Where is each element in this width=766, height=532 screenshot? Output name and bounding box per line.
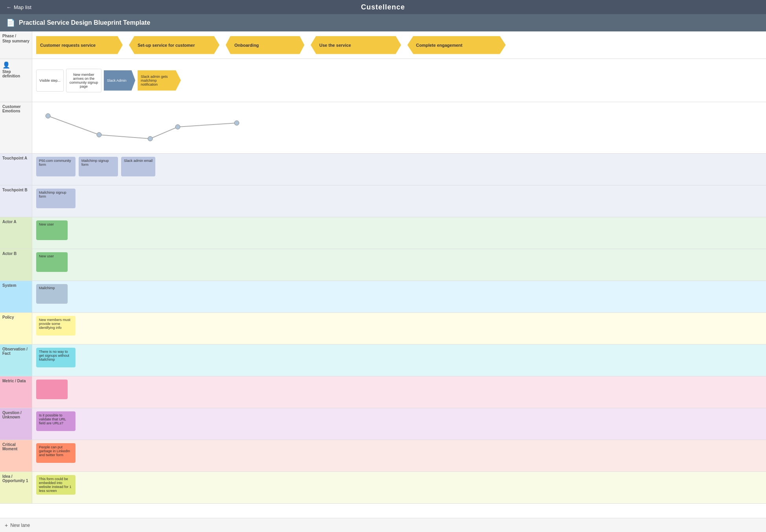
idea-card-1[interactable]: This form could be embedded into website…	[36, 475, 75, 495]
system-row: System Mailchimp	[0, 281, 766, 313]
touchpoint-b-card-1[interactable]: Mailchimp signup form	[36, 189, 75, 208]
svg-point-4	[234, 121, 239, 125]
phase-label-cell: Phase / Step summary	[0, 31, 32, 59]
phase-3-label: Onboarding	[234, 43, 259, 48]
observation-content: There is no way to get signups without M…	[32, 345, 766, 376]
customer-emotions-text: Customer Emotions	[2, 105, 29, 113]
metric-row: Metric / Data	[0, 376, 766, 408]
touchpoint-b-row: Touchpoint B Mailchimp signup form	[0, 185, 766, 217]
step-definition-text: Step definition	[2, 70, 29, 78]
policy-text: Policy	[2, 315, 14, 319]
map-list-label: Map list	[14, 4, 31, 10]
svg-point-0	[46, 114, 50, 118]
touchpoint-b-label: Touchpoint B	[0, 185, 32, 217]
system-label: System	[0, 281, 32, 312]
touchpoint-a-label: Touchpoint A	[0, 154, 32, 185]
critical-moment-content: People can put garbage in LinkedIn and t…	[32, 440, 766, 471]
map-list-button[interactable]: ← Map list	[6, 4, 31, 10]
plus-icon: +	[5, 522, 8, 528]
question-card-1[interactable]: Is it possible to validate that URL fiel…	[36, 411, 75, 431]
touchpoint-a-card-3[interactable]: Slack admin email	[121, 157, 155, 176]
sub-header: 📄 Practical Service Design Blueprint Tem…	[0, 14, 766, 31]
page-title: Practical Service Design Blueprint Templ…	[19, 19, 150, 26]
touchpoint-a-card-2[interactable]: Mailchimp signup form	[79, 157, 118, 176]
step-card-3[interactable]: Slack Admin	[104, 70, 135, 91]
phase-4-label: Use the service	[319, 43, 351, 48]
question-content: Is it possible to validate that URL fiel…	[32, 408, 766, 440]
new-lane-label: New lane	[10, 523, 30, 528]
customer-emotions-row: Customer Emotions	[0, 102, 766, 154]
observation-card-1[interactable]: There is no way to get signups without M…	[36, 348, 75, 367]
phase-2-label: Set-up service for customer	[138, 43, 195, 48]
actor-b-row: Actor B New user	[0, 249, 766, 281]
step-definition-row: 👤 Step definition Visible step... New me…	[0, 59, 766, 102]
phase-label-sub: Step summary	[2, 39, 29, 43]
phase-content: Customer requests service Set-up service…	[32, 31, 766, 59]
main-content: Phase / Step summary Customer requests s…	[0, 31, 766, 518]
phase-4-arrow[interactable]: Use the service	[311, 36, 401, 54]
touchpoint-a-content: P50.com community form Mailchimp signup …	[32, 154, 766, 185]
critical-card-1[interactable]: People can put garbage in LinkedIn and t…	[36, 443, 75, 463]
idea-content: This form could be embedded into website…	[32, 472, 766, 503]
step-definition-label: 👤 Step definition	[0, 59, 32, 102]
step-card-2[interactable]: New member arrives on the community sign…	[66, 69, 101, 92]
phase-5-arrow[interactable]: Complete engagement	[407, 36, 506, 54]
idea-label: Idea / Opportunity 1	[0, 472, 32, 503]
step-card-4[interactable]: Slack admin gets mailchimp notification	[138, 70, 181, 91]
phase-1-arrow[interactable]: Customer requests service	[36, 36, 123, 54]
metric-text: Metric / Data	[2, 379, 26, 383]
actor-b-text: Actor B	[2, 251, 17, 256]
phase-2-arrow[interactable]: Set-up service for customer	[129, 36, 219, 54]
idea-text: Idea / Opportunity 1	[2, 474, 29, 483]
system-text: System	[2, 283, 17, 288]
actor-b-content: New user	[32, 249, 766, 281]
policy-row: Policy New members must provide some ide…	[0, 313, 766, 345]
observation-label: Observation / Fact	[0, 345, 32, 376]
metric-content	[32, 376, 766, 408]
phase-3-arrow[interactable]: Onboarding	[226, 36, 304, 54]
actor-a-content: New user	[32, 217, 766, 249]
person-icon: 👤	[2, 61, 10, 69]
top-nav: ← Map list Custellence	[0, 0, 766, 14]
svg-point-1	[97, 132, 101, 137]
svg-point-2	[148, 136, 153, 141]
emotions-svg	[36, 104, 272, 151]
critical-moment-text: Critical Moment	[2, 442, 29, 451]
actor-a-text: Actor A	[2, 220, 17, 224]
touchpoint-a-card-1[interactable]: P50.com community form	[36, 157, 75, 176]
phase-summary-row: Phase / Step summary Customer requests s…	[0, 31, 766, 59]
step-card-1[interactable]: Visible step...	[36, 70, 64, 92]
actor-a-label: Actor A	[0, 217, 32, 249]
system-content: Mailchimp	[32, 281, 766, 312]
touchpoint-a-text: Touchpoint A	[2, 156, 27, 160]
policy-label: Policy	[0, 313, 32, 344]
critical-moment-row: Critical Moment People can put garbage i…	[0, 440, 766, 472]
metric-label: Metric / Data	[0, 376, 32, 408]
metric-card-1[interactable]	[36, 380, 68, 399]
actor-b-card-1[interactable]: New user	[36, 252, 68, 272]
question-text: Question / Unknown	[2, 411, 29, 419]
touchpoint-b-content: Mailchimp signup form	[32, 185, 766, 217]
document-icon: 📄	[6, 18, 15, 27]
phase-5-label: Complete engagement	[416, 43, 462, 48]
phase-label-main: Phase /	[2, 34, 16, 38]
step-definition-content: Visible step... New member arrives on th…	[32, 59, 766, 102]
arrow-left-icon: ←	[6, 4, 11, 10]
phase-1-label: Customer requests service	[40, 43, 96, 48]
touchpoint-b-text: Touchpoint B	[2, 188, 28, 192]
system-card-1[interactable]: Mailchimp	[36, 284, 68, 304]
emotions-canvas	[32, 102, 766, 153]
question-label: Question / Unknown	[0, 408, 32, 440]
observation-row: Observation / Fact There is no way to ge…	[0, 345, 766, 376]
idea-row: Idea / Opportunity 1 This form could be …	[0, 472, 766, 504]
observation-text: Observation / Fact	[2, 347, 29, 356]
bottom-bar[interactable]: + New lane	[0, 518, 766, 532]
touchpoint-a-row: Touchpoint A P50.com community form Mail…	[0, 154, 766, 185]
policy-content: New members must provide some identifyin…	[32, 313, 766, 344]
actor-a-card-1[interactable]: New user	[36, 220, 68, 240]
question-row: Question / Unknown Is it possible to val…	[0, 408, 766, 440]
actor-a-row: Actor A New user	[0, 217, 766, 249]
policy-card-1[interactable]: New members must provide some identifyin…	[36, 316, 75, 336]
critical-moment-label: Critical Moment	[0, 440, 32, 471]
svg-point-3	[175, 125, 180, 129]
